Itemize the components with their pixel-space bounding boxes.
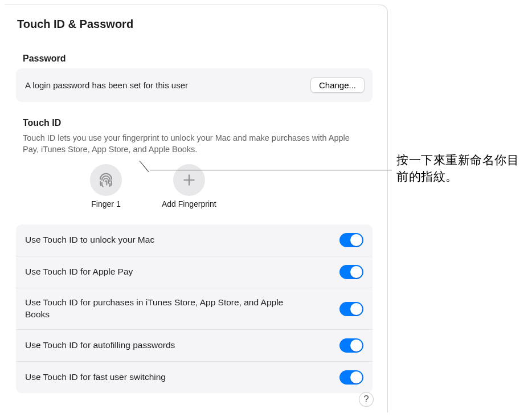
callout-line [150, 170, 392, 170]
finger-1-label[interactable]: Finger 1 [91, 199, 120, 208]
add-fingerprint-label: Add Fingerprint [162, 199, 216, 208]
settings-panel: Touch ID & Password Password A login pas… [5, 5, 388, 412]
option-label: Use Touch ID for autofilling passwords [25, 340, 175, 351]
toggle-fast-user-switching[interactable] [339, 370, 363, 385]
help-button[interactable]: ? [359, 392, 374, 407]
finger-1[interactable]: Finger 1 [90, 164, 122, 208]
option-label: Use Touch ID to unlock your Mac [25, 234, 154, 246]
option-fast-user-switching: Use Touch ID for fast user switching [16, 362, 373, 393]
callout-text: 按一下來重新命名你目前的指紋。 [396, 152, 527, 185]
add-fingerprint[interactable]: Add Fingerprint [162, 164, 216, 208]
option-autofill: Use Touch ID for autofilling passwords [16, 330, 373, 362]
toggle-unlock-mac[interactable] [339, 233, 363, 247]
fingerprints-row: Finger 1 Add Fingerprint [90, 164, 373, 208]
option-label: Use Touch ID for Apple Pay [25, 266, 133, 278]
fingerprint-icon[interactable] [90, 164, 122, 196]
toggle-apple-pay[interactable] [339, 265, 363, 279]
option-label: Use Touch ID for purchases in iTunes Sto… [25, 297, 298, 321]
touchid-options: Use Touch ID to unlock your Mac Use Touc… [16, 224, 373, 393]
password-status: A login password has been set for this u… [25, 80, 188, 90]
option-label: Use Touch ID for fast user switching [25, 371, 166, 383]
change-password-button[interactable]: Change... [310, 77, 365, 93]
option-purchases: Use Touch ID for purchases in iTunes Sto… [16, 288, 373, 330]
touchid-heading: Touch ID [23, 118, 373, 128]
toggle-autofill[interactable] [339, 338, 363, 353]
plus-icon[interactable] [173, 164, 205, 196]
page-title: Touch ID & Password [17, 18, 373, 31]
password-heading: Password [23, 54, 373, 64]
option-apple-pay: Use Touch ID for Apple Pay [16, 256, 373, 288]
password-card: A login password has been set for this u… [16, 68, 373, 102]
toggle-purchases[interactable] [339, 302, 363, 316]
option-unlock-mac: Use Touch ID to unlock your Mac [16, 224, 373, 256]
touchid-description: Touch ID lets you use your fingerprint t… [23, 133, 367, 155]
